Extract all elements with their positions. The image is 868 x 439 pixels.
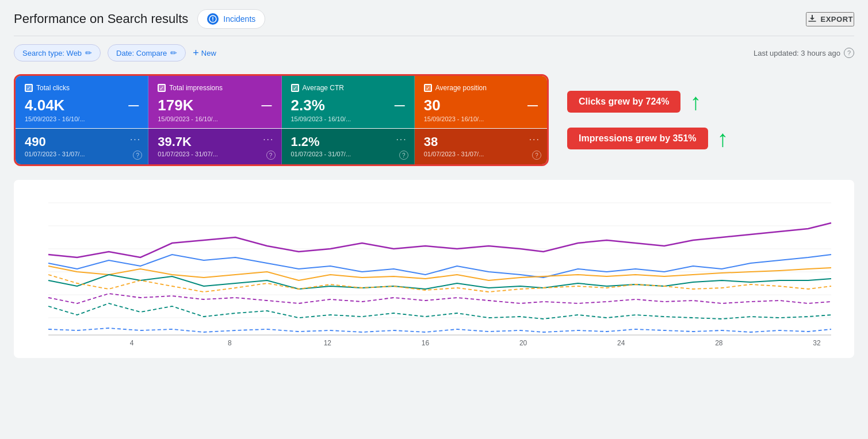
metric-header-impressions: Total impressions xyxy=(158,84,272,92)
clicks-growth-row: Clicks grew by 724% ↑ xyxy=(567,90,854,113)
new-label: New xyxy=(201,49,216,57)
compare-card-impressions: ··· 39.7K 01/07/2023 - 31/07/... ? xyxy=(148,129,281,164)
metric-card-ctr: Average CTR 2.3% — 15/09/2023 - 16/10/..… xyxy=(282,76,415,128)
svg-text:28: 28 xyxy=(715,339,723,346)
export-button[interactable]: EXPORT xyxy=(806,12,854,26)
metric-dash-clicks: — xyxy=(128,99,139,111)
incidents-icon xyxy=(207,13,219,25)
incidents-label: Incidents xyxy=(223,14,255,24)
performance-chart: 4 8 12 16 20 24 28 32 xyxy=(25,191,843,346)
metric-date-position: 15/09/2023 - 16/10/... xyxy=(424,115,538,122)
metric-value-row-impressions: 179K — xyxy=(158,97,272,114)
compare-dots-impressions: ··· xyxy=(263,134,274,145)
edit-icon: ✏ xyxy=(85,48,92,57)
clicks-up-arrow: ↑ xyxy=(690,90,701,113)
filter-bar: Search type: Web ✏ Date: Compare ✏ + New… xyxy=(0,36,868,70)
metric-label-impressions: Total impressions xyxy=(169,84,223,92)
svg-text:16: 16 xyxy=(422,339,430,346)
help-icon[interactable]: ? xyxy=(844,48,854,58)
svg-text:12: 12 xyxy=(324,339,332,346)
metrics-section: Total clicks 4.04K — 15/09/2023 - 16/10/… xyxy=(14,74,549,166)
date-label: Date: Compare xyxy=(116,49,167,57)
compare-date-position: 01/07/2023 - 31/07/... xyxy=(424,151,538,157)
metric-date-impressions: 15/09/2023 - 16/10/... xyxy=(158,115,272,122)
metric-checkbox-impressions[interactable] xyxy=(158,84,166,92)
compare-dots-clicks: ··· xyxy=(130,134,141,145)
metric-value-impressions: 179K xyxy=(158,97,193,114)
metric-card-position: Average position 30 — 15/09/2023 - 16/10… xyxy=(415,76,547,128)
metric-value-position: 30 xyxy=(424,97,441,114)
metric-card-impressions: Total impressions 179K — 15/09/2023 - 16… xyxy=(148,76,281,128)
search-type-filter[interactable]: Search type: Web ✏ xyxy=(14,44,101,61)
metric-dash-impressions: — xyxy=(262,99,272,111)
metric-header-position: Average position xyxy=(424,84,538,92)
metric-header-ctr: Average CTR xyxy=(291,84,405,92)
search-type-label: Search type: Web xyxy=(22,49,82,57)
impressions-arrow-container: ↑ xyxy=(717,127,729,150)
metric-value-row-position: 30 — xyxy=(424,97,538,114)
date-filter[interactable]: Date: Compare ✏ xyxy=(108,44,186,61)
metrics-wrapper: Total clicks 4.04K — 15/09/2023 - 16/10/… xyxy=(14,74,549,166)
download-icon xyxy=(807,13,817,25)
compare-value-position: 38 xyxy=(424,134,538,149)
metric-checkbox-position[interactable] xyxy=(424,84,432,92)
metric-date-clicks: 15/09/2023 - 16/10/... xyxy=(25,115,139,122)
metric-value-clicks: 4.04K xyxy=(25,97,64,114)
svg-text:20: 20 xyxy=(519,339,527,346)
metric-label-clicks: Total clicks xyxy=(36,84,70,92)
svg-text:4: 4 xyxy=(130,339,134,346)
metric-value-row-clicks: 4.04K — xyxy=(25,97,139,114)
compare-help-ctr[interactable]: ? xyxy=(399,151,408,160)
main-content: Total clicks 4.04K — 15/09/2023 - 16/10/… xyxy=(0,70,868,180)
compare-date-impressions: 01/07/2023 - 31/07/... xyxy=(158,151,272,157)
metric-value-ctr: 2.3% xyxy=(291,97,325,114)
compare-date-clicks: 01/07/2023 - 31/07/... xyxy=(25,151,139,157)
impressions-growth-badge: Impressions grew by 351% xyxy=(567,128,708,149)
compare-dots-ctr: ··· xyxy=(396,134,407,145)
metric-value-row-ctr: 2.3% — xyxy=(291,97,405,114)
svg-text:32: 32 xyxy=(813,339,821,346)
metric-card-clicks: Total clicks 4.04K — 15/09/2023 - 16/10/… xyxy=(16,76,148,128)
svg-text:8: 8 xyxy=(228,339,232,346)
metric-checkbox-clicks[interactable] xyxy=(25,84,33,92)
compare-card-position: ··· 38 01/07/2023 - 31/07/... ? xyxy=(415,129,547,164)
svg-point-1 xyxy=(213,20,214,21)
compare-help-clicks[interactable]: ? xyxy=(133,151,142,160)
metric-header-clicks: Total clicks xyxy=(25,84,139,92)
last-updated: Last updated: 3 hours ago ? xyxy=(754,48,854,58)
compare-date-ctr: 01/07/2023 - 31/07/... xyxy=(291,151,405,157)
clicks-arrow-container: ↑ xyxy=(690,90,701,113)
incidents-button[interactable]: Incidents xyxy=(197,9,265,29)
last-updated-text: Last updated: 3 hours ago xyxy=(754,49,840,57)
metric-dash-ctr: — xyxy=(395,99,405,111)
export-label: EXPORT xyxy=(821,15,853,24)
chart-section: 4 8 12 16 20 24 28 32 xyxy=(14,180,854,358)
compare-value-ctr: 1.2% xyxy=(291,134,405,149)
compare-help-impressions[interactable]: ? xyxy=(266,151,276,160)
page-title: Performance on Search results xyxy=(14,11,188,26)
impressions-up-arrow: ↑ xyxy=(717,127,729,150)
metric-label-ctr: Average CTR xyxy=(303,84,344,92)
metric-label-position: Average position xyxy=(435,84,487,92)
edit-icon-date: ✏ xyxy=(170,48,177,57)
metrics-bottom-row: ··· 490 01/07/2023 - 31/07/... ? ··· 39.… xyxy=(16,128,547,164)
metric-dash-position: — xyxy=(527,99,538,111)
plus-icon: + xyxy=(193,47,199,59)
compare-value-clicks: 490 xyxy=(25,134,139,149)
metric-checkbox-ctr[interactable] xyxy=(291,84,299,92)
page-wrapper: Performance on Search results Incidents … xyxy=(0,0,868,358)
compare-value-impressions: 39.7K xyxy=(158,134,272,149)
svg-text:24: 24 xyxy=(617,339,625,346)
right-section: Clicks grew by 724% ↑ Impressions grew b… xyxy=(563,74,854,166)
compare-card-clicks: ··· 490 01/07/2023 - 31/07/... ? xyxy=(16,129,148,164)
compare-dots-position: ··· xyxy=(529,134,540,145)
metrics-top-row: Total clicks 4.04K — 15/09/2023 - 16/10/… xyxy=(16,76,547,128)
metric-date-ctr: 15/09/2023 - 16/10/... xyxy=(291,115,405,122)
header: Performance on Search results Incidents … xyxy=(0,0,868,36)
compare-card-ctr: ··· 1.2% 01/07/2023 - 31/07/... ? xyxy=(282,129,415,164)
impressions-growth-row: Impressions grew by 351% ↑ xyxy=(567,127,854,150)
compare-help-position[interactable]: ? xyxy=(532,151,541,160)
clicks-growth-badge: Clicks grew by 724% xyxy=(567,91,680,113)
new-filter-button[interactable]: + New xyxy=(193,47,216,59)
